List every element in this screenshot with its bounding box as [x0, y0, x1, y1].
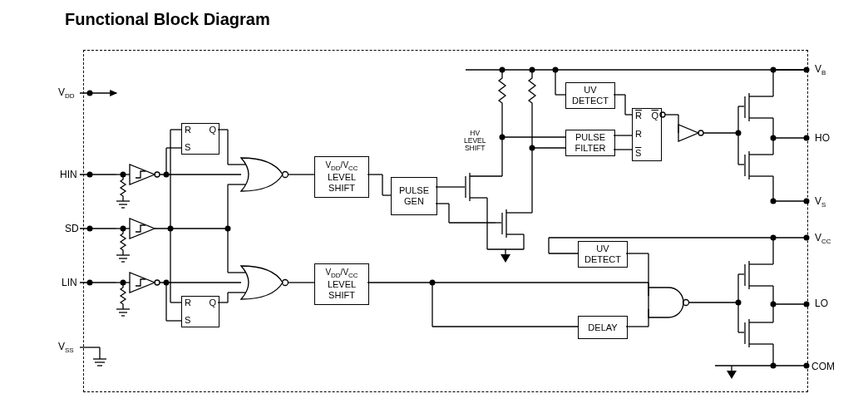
node	[771, 235, 777, 241]
node	[736, 130, 742, 136]
node	[530, 67, 535, 73]
node	[804, 363, 810, 369]
node	[164, 280, 170, 286]
hv-nmos-left	[459, 166, 502, 201]
node	[804, 67, 810, 73]
nand-lo	[649, 288, 689, 317]
node	[553, 67, 559, 73]
node	[164, 172, 170, 178]
node	[500, 67, 506, 73]
node	[225, 226, 231, 232]
node	[500, 135, 506, 140]
ho-driver	[738, 93, 773, 179]
node	[530, 145, 535, 151]
node	[771, 135, 777, 141]
node	[771, 199, 777, 204]
node	[430, 280, 436, 286]
node	[736, 300, 742, 306]
node	[771, 363, 777, 369]
node	[771, 302, 777, 307]
hv-nmos-right	[496, 204, 532, 238]
node	[121, 226, 126, 232]
node	[87, 172, 93, 178]
node	[121, 172, 126, 178]
node	[804, 235, 810, 241]
node	[121, 280, 126, 286]
wiring-svg	[0, 0, 868, 418]
svg-point-82	[660, 112, 665, 117]
node	[804, 135, 810, 141]
nor-top	[241, 158, 289, 191]
node	[804, 302, 810, 307]
node	[771, 67, 777, 73]
node	[87, 280, 93, 286]
inverter-ho	[678, 125, 703, 141]
node	[168, 226, 174, 232]
lo-driver	[738, 261, 773, 347]
node	[804, 199, 810, 204]
nor-bot	[241, 266, 289, 299]
node	[87, 226, 93, 232]
node	[87, 91, 93, 96]
